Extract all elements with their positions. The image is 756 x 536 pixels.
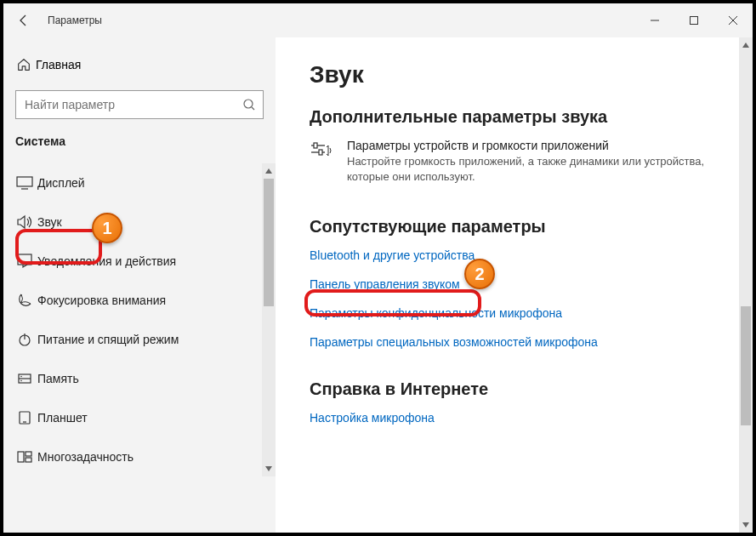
close-button[interactable] [713,3,753,37]
link-mic-ease[interactable]: Параметры специальных возможностей микро… [310,335,739,349]
svg-rect-21 [319,150,322,155]
sidebar-section-label: Система [3,134,276,155]
svg-point-11 [20,376,22,378]
settings-window: Параметры Главная [0,0,756,536]
window-controls [635,3,753,37]
display-icon [12,176,37,190]
sidebar-item-label: Память [37,372,79,385]
svg-rect-16 [26,452,31,456]
sidebar-item-tablet[interactable]: Планшет [3,398,276,437]
sidebar-item-label: Фокусировка внимания [37,294,166,307]
sidebar-item-storage[interactable]: Память [3,359,276,398]
main-content: Звук Дополнительные параметры звука [276,37,753,533]
sidebar-item-label: Звук [37,215,62,229]
sidebar: Главная Система Дисплей [3,37,276,533]
sound-icon [12,214,37,230]
focus-icon [12,293,37,308]
main-scroll-thumb[interactable] [741,306,751,425]
link-mic-privacy[interactable]: Параметры конфиденциальности микрофона [310,306,739,320]
sidebar-item-label: Уведомления и действия [37,254,176,268]
sidebar-item-sound[interactable]: Звук [3,202,276,242]
main-scrollbar[interactable] [739,37,753,533]
section-heading-help: Справка в Интернете [310,379,739,399]
sidebar-item-home[interactable]: Главная [3,48,276,82]
search-input-wrap[interactable] [15,90,264,119]
search-icon [242,98,256,111]
link-mic-setup[interactable]: Настройка микрофона [310,411,739,425]
sidebar-item-label: Питание и спящий режим [37,333,179,346]
section-heading-advanced: Дополнительные параметры звука [310,107,739,127]
window-title: Параметры [44,14,635,26]
sidebar-item-multitask[interactable]: Многозадачность [3,437,276,476]
multitask-icon [12,449,37,465]
titlebar: Параметры [3,3,753,37]
svg-rect-17 [26,458,31,462]
sidebar-scrollbar[interactable] [262,163,276,476]
tablet-icon [12,410,37,425]
svg-rect-4 [17,177,32,186]
storage-icon [12,371,37,386]
section-heading-related: Сопутствующие параметры [310,217,739,237]
minimize-button[interactable] [635,3,674,37]
svg-point-12 [20,380,22,382]
nav-list: Дисплей Звук Уведомления и действия [3,163,276,476]
sidebar-item-label: Дисплей [37,176,85,190]
sidebar-item-display[interactable]: Дисплей [3,163,276,202]
setting-title: Параметры устройств и громкости приложен… [347,139,718,152]
back-button[interactable] [3,3,44,37]
search-input[interactable] [23,97,242,112]
setting-desc: Настройте громкость приложений, а также … [347,154,718,185]
mixer-icon [310,139,347,185]
power-icon [12,332,37,347]
svg-line-3 [252,107,254,110]
maximize-button[interactable] [674,3,713,37]
link-bluetooth[interactable]: Bluetooth и другие устройства [310,248,739,262]
app-volume-item[interactable]: Параметры устройств и громкости приложен… [310,139,718,185]
sidebar-item-focus[interactable]: Фокусировка внимания [3,281,276,320]
svg-rect-19 [314,143,317,148]
notifications-icon [12,254,37,269]
home-icon [12,57,36,72]
sidebar-item-label: Главная [36,58,81,71]
page-title: Звук [310,61,739,88]
sidebar-item-power[interactable]: Питание и спящий режим [3,320,276,359]
sidebar-item-label: Планшет [37,411,88,425]
svg-rect-15 [18,452,24,462]
sidebar-item-notifications[interactable]: Уведомления и действия [3,242,276,281]
link-sound-control-panel[interactable]: Панель управления звуком [310,277,739,291]
svg-rect-6 [18,254,31,265]
svg-rect-1 [691,17,698,25]
sidebar-scroll-thumb[interactable] [264,179,274,306]
svg-point-2 [244,100,253,108]
sidebar-item-label: Многозадачность [37,450,134,464]
